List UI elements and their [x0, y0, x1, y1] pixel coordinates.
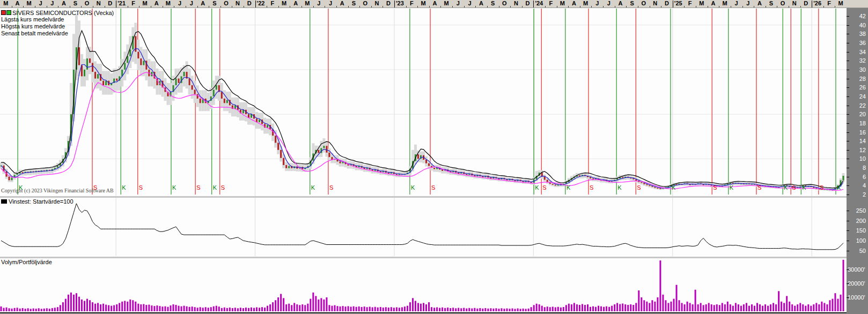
volume-bar [129, 300, 131, 311]
volume-bar [224, 308, 225, 311]
volume-bar [512, 309, 513, 311]
volume-bar [711, 304, 712, 311]
month-label: D [800, 0, 812, 7]
volume-bar [590, 307, 591, 311]
volume-bar [815, 303, 817, 311]
volume-bar [724, 304, 726, 311]
volume-bar [528, 309, 529, 311]
volume-bar [73, 295, 75, 311]
volume-bar [148, 305, 150, 311]
month-label: A [336, 0, 348, 7]
volume-bar [353, 306, 355, 311]
volume-bar [135, 302, 136, 311]
volume-bar [735, 303, 737, 311]
month-label: J [313, 0, 325, 7]
axis-tick-label: 12 [848, 147, 866, 154]
volume-bar [630, 304, 631, 311]
month-label: J [47, 0, 58, 7]
year-separator [812, 1, 812, 8]
axis-tick-label: 30000' [848, 266, 868, 273]
month-label: O [81, 0, 93, 7]
axis-tick-label: 42 [848, 13, 866, 20]
month-label: M [557, 0, 569, 7]
month-label: J [35, 0, 47, 7]
volume-bar [78, 297, 80, 311]
buy-signal-label: K [802, 184, 806, 191]
volume-bar [773, 303, 774, 311]
volume-bar [280, 294, 282, 312]
volume-bar [834, 293, 836, 311]
volume-bar [484, 308, 486, 311]
vikingen-chart-window: MAMJJASOND'21FMAMJJASOND'22FMAMJJASOND'2… [0, 0, 868, 314]
volume-bar [420, 304, 422, 311]
volume-bar [425, 304, 427, 311]
sell-signal-label: S [221, 184, 225, 191]
candle-down [547, 180, 548, 182]
volume-bar [256, 307, 258, 311]
candle-up [105, 81, 107, 85]
volume-bar [436, 307, 438, 311]
volume-bar [627, 305, 629, 311]
candle-down [555, 185, 556, 186]
month-label: J [603, 0, 615, 7]
volume-bar [140, 304, 142, 311]
axis-tick-label: 200 [848, 218, 866, 225]
volume-bar [242, 308, 244, 311]
volume-bar [582, 304, 583, 311]
axis-tick-label: 14 [848, 138, 866, 145]
volume-bar [649, 303, 650, 311]
volume-bar [654, 302, 656, 311]
volume-bar [372, 307, 373, 311]
legend-line-lowest-ma: Lägsta kurs medelvärde [1, 16, 114, 23]
sell-signal-label: S [542, 184, 546, 191]
volume-bar [25, 309, 26, 311]
candle-up [143, 61, 144, 65]
volume-bar [632, 305, 634, 311]
candle-down [654, 187, 656, 188]
volume-bar [285, 304, 287, 311]
buy-signal-label: K [411, 184, 415, 191]
month-label: M [417, 0, 429, 7]
volume-bar [181, 306, 182, 311]
volume-bar [746, 303, 747, 311]
candle-down [200, 99, 201, 103]
volume-bar [794, 306, 796, 311]
volume-bar [288, 304, 290, 311]
vinstest-line [1, 204, 843, 250]
volume-bar [466, 309, 467, 311]
volume-bar [503, 309, 505, 311]
volume-bar [9, 308, 10, 311]
volume-bar [272, 302, 274, 311]
candle-down [78, 47, 80, 65]
volume-bar [614, 304, 615, 311]
month-label: N [789, 0, 800, 7]
month-label: A [615, 0, 627, 7]
month-label: N [510, 0, 522, 7]
volume-bar [377, 308, 379, 311]
volume-bar [113, 305, 115, 311]
volume-bar [164, 306, 166, 311]
candle-up [216, 85, 217, 89]
volume-bar [837, 299, 838, 311]
month-label: J [464, 0, 476, 7]
volume-bar [616, 303, 618, 311]
month-label: S [209, 0, 220, 7]
volume-bar [624, 304, 626, 311]
volume-bar [304, 305, 306, 311]
volume-bar [829, 300, 830, 311]
month-label: J [452, 0, 464, 7]
volume-bar [417, 303, 419, 311]
month-label: F [545, 0, 557, 7]
candle-down [552, 184, 554, 185]
volume-bar [455, 308, 457, 311]
candle-down [590, 177, 591, 178]
volume-bar [143, 304, 144, 311]
month-label: M [23, 0, 35, 7]
candle-up [843, 176, 844, 180]
volume-bar [205, 307, 207, 311]
month-label: N [650, 0, 661, 7]
axis-tick-label: 8 [848, 165, 866, 171]
volume-bar [740, 306, 742, 311]
candle-up [84, 70, 85, 76]
buy-signal-label: K [19, 184, 23, 191]
